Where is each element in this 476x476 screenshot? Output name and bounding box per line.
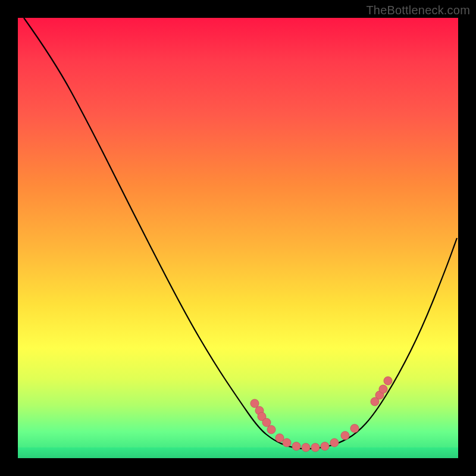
chart-svg <box>18 18 458 458</box>
data-dot <box>311 443 320 452</box>
data-dot <box>379 385 387 393</box>
data-dot <box>292 442 300 450</box>
data-dot <box>350 424 359 433</box>
data-dot <box>275 434 284 442</box>
data-dot <box>330 439 339 447</box>
data-dot <box>250 399 259 408</box>
data-dot <box>267 425 275 434</box>
data-dot <box>283 439 291 447</box>
watermark-text: TheBottleneck.com <box>366 4 470 17</box>
data-dot <box>341 431 349 440</box>
plot-area <box>18 18 458 458</box>
bottleneck-curve <box>24 18 457 449</box>
data-dot <box>262 418 271 427</box>
data-dot <box>384 377 392 385</box>
data-dots <box>250 377 392 452</box>
data-dot <box>302 443 310 452</box>
data-dot <box>321 442 329 450</box>
chart-frame: TheBottleneck.com <box>0 0 476 476</box>
